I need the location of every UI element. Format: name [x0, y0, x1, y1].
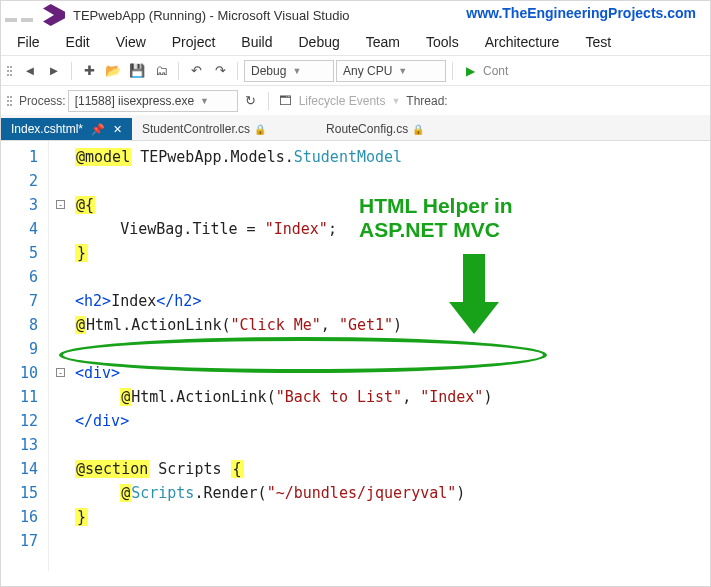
tab-label: StudentController.cs — [142, 122, 250, 136]
undo-button[interactable]: ↶ — [185, 60, 207, 82]
platform-value: Any CPU — [343, 64, 392, 78]
lifecycle-label: Lifecycle Events — [299, 94, 386, 108]
new-file-button[interactable]: ✚ — [78, 60, 100, 82]
line-number: 12 — [1, 409, 38, 433]
save-all-button[interactable]: 🗂 — [150, 60, 172, 82]
window-controls — [5, 8, 33, 22]
platform-combo[interactable]: Any CPU ▼ — [336, 60, 446, 82]
line-number: 6 — [1, 265, 38, 289]
toolbar-grip-icon[interactable] — [7, 66, 15, 76]
separator — [71, 62, 72, 80]
separator — [452, 62, 453, 80]
cycle-button[interactable]: ↻ — [240, 90, 262, 112]
line-number: 15 — [1, 481, 38, 505]
line-number: 10 — [1, 361, 38, 385]
code-line[interactable] — [75, 337, 710, 361]
chevron-down-icon: ▼ — [391, 96, 400, 106]
document-tabs: Index.cshtml* 📌 ✕ StudentController.cs 🔒… — [1, 115, 710, 141]
thread-label: Thread: — [406, 94, 447, 108]
config-value: Debug — [251, 64, 286, 78]
menu-edit[interactable]: Edit — [54, 31, 102, 53]
tab-routeconfig[interactable]: RouteConfig.cs 🔒 — [316, 118, 434, 140]
code-line[interactable]: @Html.ActionLink("Back to List", "Index"… — [75, 385, 710, 409]
line-number: 7 — [1, 289, 38, 313]
open-button[interactable]: 📂 — [102, 60, 124, 82]
chevron-down-icon: ▼ — [398, 66, 407, 76]
code-editor[interactable]: 1234567891011121314151617 -- @model TEPw… — [1, 141, 710, 571]
redo-button[interactable]: ↷ — [209, 60, 231, 82]
window-title: TEPwebApp (Running) - Microsoft Visual S… — [73, 8, 350, 23]
code-line[interactable]: </div> — [75, 409, 710, 433]
outline-toggle[interactable]: - — [56, 200, 65, 209]
code-line[interactable]: @model TEPwebApp.Models.StudentModel — [75, 145, 710, 169]
tab-label: Index.cshtml* — [11, 122, 83, 136]
tab-index-cshtml[interactable]: Index.cshtml* 📌 ✕ — [1, 118, 132, 140]
line-number: 16 — [1, 505, 38, 529]
standard-toolbar: ◄ ► ✚ 📂 💾 🗂 ↶ ↷ Debug ▼ Any CPU ▼ ▶ Cont — [1, 55, 710, 85]
toolbar-grip-icon[interactable] — [7, 96, 15, 106]
menu-tools[interactable]: Tools — [414, 31, 471, 53]
line-number: 8 — [1, 313, 38, 337]
lifecycle-icon[interactable]: 🗔 — [275, 90, 297, 112]
annotation-line2: ASP.NET MVC — [359, 218, 500, 241]
nav-forward-button[interactable]: ► — [43, 60, 65, 82]
code-line[interactable]: } — [75, 241, 710, 265]
line-number: 4 — [1, 217, 38, 241]
code-line[interactable]: @Scripts.Render("~/bundles/jqueryval") — [75, 481, 710, 505]
menu-bar: File Edit View Project Build Debug Team … — [1, 29, 710, 55]
separator — [268, 92, 269, 110]
annotation-line1: HTML Helper in — [359, 194, 513, 217]
code-line[interactable]: @Html.ActionLink("Click Me", "Get1") — [75, 313, 710, 337]
line-number: 14 — [1, 457, 38, 481]
line-number: 11 — [1, 385, 38, 409]
code-line[interactable]: } — [75, 505, 710, 529]
line-number: 17 — [1, 529, 38, 553]
code-line[interactable] — [75, 169, 710, 193]
code-line[interactable]: @section Scripts { — [75, 457, 710, 481]
line-number: 9 — [1, 337, 38, 361]
code-line[interactable]: <div> — [75, 361, 710, 385]
menu-project[interactable]: Project — [160, 31, 228, 53]
vs-logo-icon — [41, 2, 67, 28]
save-button[interactable]: 💾 — [126, 60, 148, 82]
annotation-label: HTML Helper in ASP.NET MVC — [359, 194, 513, 242]
pin-icon[interactable]: 📌 — [91, 123, 105, 136]
chevron-down-icon: ▼ — [200, 96, 209, 106]
menu-view[interactable]: View — [104, 31, 158, 53]
outline-toggle[interactable]: - — [56, 368, 65, 377]
line-number-gutter: 1234567891011121314151617 — [1, 141, 49, 571]
separator — [178, 62, 179, 80]
menu-build[interactable]: Build — [229, 31, 284, 53]
code-line[interactable] — [75, 433, 710, 457]
tab-spacer — [276, 132, 316, 140]
menu-debug[interactable]: Debug — [287, 31, 352, 53]
chevron-down-icon: ▼ — [292, 66, 301, 76]
code-line[interactable] — [75, 529, 710, 553]
menu-file[interactable]: File — [5, 31, 52, 53]
code-line[interactable] — [75, 265, 710, 289]
outline-column: -- — [56, 141, 66, 571]
line-number: 2 — [1, 169, 38, 193]
watermark-link[interactable]: www.TheEngineeringProjects.com — [466, 5, 696, 21]
tab-label: RouteConfig.cs — [326, 122, 408, 136]
menu-test[interactable]: Test — [573, 31, 623, 53]
config-combo[interactable]: Debug ▼ — [244, 60, 334, 82]
process-value: [11588] iisexpress.exe — [75, 94, 194, 108]
code-line[interactable]: <h2>Index</h2> — [75, 289, 710, 313]
line-number: 1 — [1, 145, 38, 169]
close-icon[interactable]: ✕ — [113, 123, 122, 136]
debug-toolbar: Process: [11588] iisexpress.exe ▼ ↻ 🗔 Li… — [1, 85, 710, 115]
line-number: 13 — [1, 433, 38, 457]
continue-button[interactable]: ▶ — [459, 60, 481, 82]
line-number: 3 — [1, 193, 38, 217]
process-combo[interactable]: [11588] iisexpress.exe ▼ — [68, 90, 238, 112]
lock-icon: 🔒 — [412, 124, 424, 135]
tab-studentcontroller[interactable]: StudentController.cs 🔒 — [132, 118, 276, 140]
separator — [237, 62, 238, 80]
process-label: Process: — [19, 94, 66, 108]
lock-icon: 🔒 — [254, 124, 266, 135]
continue-label: Cont — [483, 64, 508, 78]
nav-back-button[interactable]: ◄ — [19, 60, 41, 82]
menu-architecture[interactable]: Architecture — [473, 31, 572, 53]
menu-team[interactable]: Team — [354, 31, 412, 53]
